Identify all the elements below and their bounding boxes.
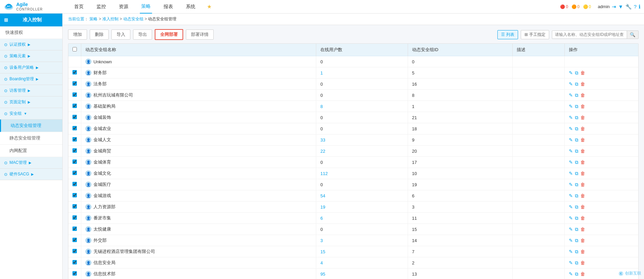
row-online-cell[interactable]: 33 [316, 134, 408, 146]
row-online-count[interactable]: 15 [320, 249, 325, 254]
delete-button[interactable]: 删除 [90, 29, 109, 40]
breadcrumb-access[interactable]: 准入控制 [102, 17, 119, 21]
delete-icon[interactable]: 🗑 [580, 227, 585, 232]
breadcrumb-dynamic-sg[interactable]: 动态安全组 [123, 17, 144, 21]
row-online-cell[interactable]: 15 [316, 246, 408, 257]
row-checkbox[interactable] [72, 137, 77, 142]
exclamation-icon[interactable]: ℹ [639, 4, 641, 10]
row-checkbox[interactable] [72, 215, 77, 220]
row-online-count[interactable]: 1 [320, 70, 323, 76]
row-checkbox[interactable] [72, 171, 77, 175]
copy-icon[interactable]: ⧉ [575, 193, 578, 199]
copy-icon[interactable]: ⧉ [575, 104, 578, 109]
edit-icon[interactable]: ✎ [569, 159, 573, 165]
row-checkbox[interactable] [72, 204, 77, 209]
row-online-cell[interactable]: 112 [316, 168, 408, 179]
delete-icon[interactable]: 🗑 [580, 148, 585, 154]
copy-icon[interactable]: ⧉ [575, 159, 578, 165]
row-checkbox[interactable] [72, 126, 77, 130]
delete-icon[interactable]: 🗑 [580, 81, 585, 87]
row-online-cell[interactable]: 8 [316, 101, 408, 112]
sidebar-item-quick-auth[interactable]: 快速授权 [0, 26, 62, 39]
copy-icon[interactable]: ⧉ [575, 81, 578, 87]
edit-icon[interactable]: ✎ [569, 193, 573, 198]
search-button[interactable]: 🔍 [627, 31, 638, 39]
sidebar-section-page-custom[interactable]: ⊙ 页面定制 ▶ [0, 96, 62, 108]
copy-icon[interactable]: ⧉ [575, 92, 578, 98]
star-icon[interactable]: ★ [207, 3, 212, 10]
delete-icon[interactable]: 🗑 [580, 137, 585, 143]
row-checkbox[interactable] [72, 92, 77, 97]
delete-icon[interactable]: 🗑 [580, 260, 585, 265]
select-all-checkbox[interactable] [72, 47, 77, 51]
delete-icon[interactable]: 🗑 [580, 249, 585, 254]
row-online-cell[interactable]: 6 [316, 213, 408, 224]
view-manual-button[interactable]: ⊞ 手工指定 [521, 30, 549, 39]
copy-icon[interactable]: ⧉ [575, 148, 578, 154]
copy-icon[interactable]: ⧉ [575, 171, 578, 176]
copy-icon[interactable]: ⧉ [575, 271, 578, 277]
row-online-count[interactable]: 33 [320, 137, 325, 143]
copy-icon[interactable]: ⧉ [575, 260, 578, 266]
filter-icon[interactable]: ▼ [618, 4, 623, 9]
copy-icon[interactable]: ⧉ [575, 115, 578, 121]
row-checkbox[interactable] [72, 238, 77, 242]
delete-icon[interactable]: 🗑 [580, 92, 585, 98]
import-button[interactable]: 导入 [111, 29, 130, 40]
copy-icon[interactable]: ⧉ [575, 215, 578, 221]
edit-icon[interactable]: ✎ [569, 227, 573, 232]
row-checkbox[interactable] [72, 104, 77, 108]
delete-icon[interactable]: 🗑 [580, 104, 585, 109]
delete-icon[interactable]: 🗑 [580, 204, 585, 210]
sidebar-section-auth[interactable]: ⊙ 认证授权 ▶ [0, 39, 62, 50]
row-online-count[interactable]: 8 [320, 104, 323, 109]
row-checkbox[interactable] [72, 271, 77, 276]
tool-icon[interactable]: 🔧 [625, 4, 632, 10]
row-online-cell[interactable]: 19 [316, 201, 408, 213]
sidebar-section-device-user[interactable]: ⊙ 设备用户策略 ▶ [0, 62, 62, 73]
edit-icon[interactable]: ✎ [569, 260, 573, 265]
edit-icon[interactable]: ✎ [569, 204, 573, 210]
row-checkbox[interactable] [72, 193, 77, 197]
edit-icon[interactable]: ✎ [569, 238, 573, 243]
sidebar-item-dynamic-sg[interactable]: 动态安全组管理 [0, 120, 62, 132]
row-checkbox[interactable] [72, 148, 77, 153]
sidebar-section-boarding[interactable]: ⊙ Boarding管理 ▶ [0, 73, 62, 85]
row-online-cell[interactable]: 54 [316, 190, 408, 201]
copy-icon[interactable]: ⧉ [575, 137, 578, 143]
edit-icon[interactable]: ✎ [569, 271, 573, 277]
sidebar-section-security-group[interactable]: ⊙ 安全组 ▼ [0, 108, 62, 120]
row-checkbox[interactable] [72, 227, 77, 231]
row-online-count[interactable]: 112 [320, 171, 328, 176]
delete-icon[interactable]: 🗑 [580, 193, 585, 198]
question-icon[interactable]: ? [634, 4, 637, 9]
row-checkbox[interactable] [72, 249, 77, 253]
nav-monitor[interactable]: 监控 [95, 0, 107, 14]
sidebar-section-mac[interactable]: ⊙ MAC管理 ▶ [0, 157, 62, 169]
nav-report[interactable]: 报表 [162, 0, 174, 14]
row-checkbox[interactable] [72, 70, 77, 74]
delete-icon[interactable]: 🗑 [580, 271, 585, 277]
row-online-count[interactable]: 6 [320, 216, 323, 221]
copy-icon[interactable]: ⧉ [575, 182, 578, 188]
delete-icon[interactable]: 🗑 [580, 115, 585, 120]
export-button[interactable]: 导出 [133, 29, 152, 40]
delete-icon[interactable]: 🗑 [580, 126, 585, 131]
nav-policy[interactable]: 策略 [140, 0, 152, 14]
edit-icon[interactable]: ✎ [569, 92, 573, 98]
sidebar-section-policy-elem[interactable]: ⊙ 策略元素 ▶ [0, 50, 62, 62]
row-online-count[interactable]: 3 [320, 238, 323, 243]
row-online-count[interactable]: 54 [320, 193, 325, 198]
row-online-cell[interactable]: 95 [316, 269, 408, 279]
copy-icon[interactable]: ⧉ [575, 126, 578, 132]
edit-icon[interactable]: ✎ [569, 182, 573, 187]
row-checkbox[interactable] [72, 115, 77, 119]
edit-icon[interactable]: ✎ [569, 215, 573, 221]
add-button[interactable]: 增加 [68, 29, 87, 40]
breadcrumb-policy[interactable]: 策略 [89, 17, 98, 21]
row-online-cell[interactable]: 3 [316, 235, 408, 246]
view-list-button[interactable]: ☰ 列表 [497, 30, 518, 39]
delete-icon[interactable]: 🗑 [580, 171, 585, 176]
row-online-cell[interactable]: 4 [316, 257, 408, 269]
sidebar-section-visitor[interactable]: ⊙ 访客管理 ▶ [0, 85, 62, 96]
